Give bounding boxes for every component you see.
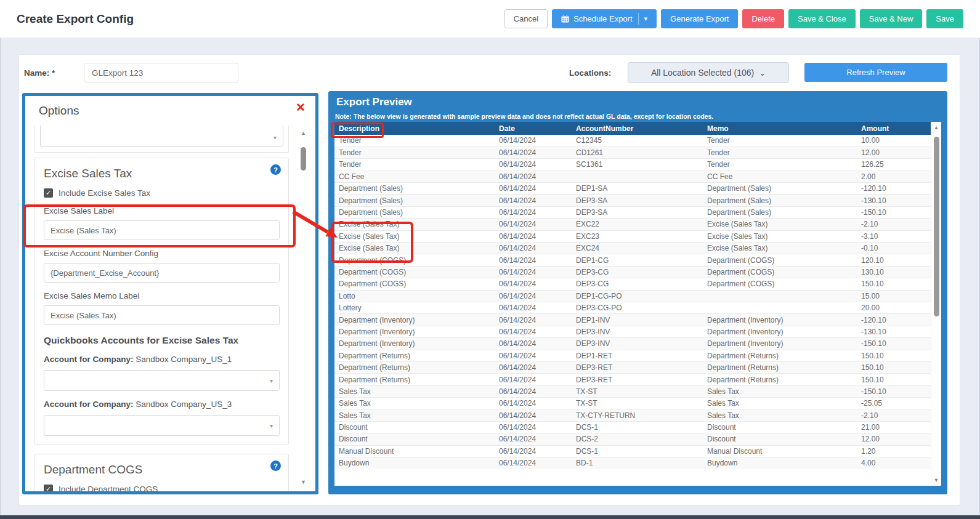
cell-date: 06/14/2024 [495,278,572,290]
arrow-down-icon[interactable]: ▼ [299,479,308,485]
cell-account-number: DEP3-INV [572,326,703,337]
export-config-card: Name: * Locations: All Location Selected… [18,54,960,505]
excise-account-config-input[interactable] [44,263,280,283]
column-header-description[interactable]: Description [334,122,495,135]
table-body: Tender 06/14/2024 C12345 Tender 10.00 Te… [334,135,931,469]
cell-memo: Excise (Sales Tax) [703,230,857,242]
name-input[interactable] [84,63,238,82]
excise-account-config-label: Excise Account Number Config [44,249,280,258]
arrow-down-icon[interactable]: ▼ [931,477,941,483]
cell-description: Department (Sales) [334,183,495,195]
cell-amount: 150.10 [857,278,931,290]
chevron-down-icon[interactable]: ▾ [644,15,648,22]
cell-date: 06/14/2024 [495,409,572,421]
cell-amount: 130.10 [857,266,931,278]
cell-amount: -150.10 [857,206,931,218]
clipped-select[interactable]: ▾ [40,126,283,147]
cell-description: Department (Inventory) [334,314,495,326]
company3-account-select[interactable]: ▾ [44,415,280,436]
cell-memo: Discount [703,421,857,433]
table-row: Discount 06/14/2024 DCS-1 Discount 21.00 [334,421,931,433]
include-excise-checkbox[interactable]: ✓ [44,188,53,198]
column-header-date[interactable]: Date [495,122,572,135]
include-dept-cogs-label: Include Department COGS [59,485,158,491]
column-header-accountnumber[interactable]: AccountNumber [572,122,703,135]
table-header-row: Description Date AccountNumber Memo Amou… [334,122,931,135]
cell-date: 06/14/2024 [495,421,572,433]
cell-amount: -130.10 [857,195,931,206]
company1-account-select[interactable]: ▾ [44,370,280,391]
cell-description: Department (Sales) [334,206,495,218]
cell-account-number: DEP3-SA [572,206,703,218]
delete-button[interactable]: Delete [742,9,784,28]
cell-memo: Department (Returns) [703,374,857,385]
generate-export-button[interactable]: Generate Export [661,9,738,28]
table-row: Excise (Sales Tax) 06/14/2024 EXC22 Exci… [334,219,931,230]
table-scrollbar[interactable]: ▲ ▼ [931,122,941,486]
table-row: Lottery 06/14/2024 DEP3-CG-PO 20.00 [334,302,931,313]
excise-sales-label-input[interactable] [44,220,280,240]
cell-description: Department (Sales) [334,195,495,206]
cell-memo: Department (COGS) [703,266,857,278]
chevron-down-icon: ▾ [270,377,273,384]
excise-memo-label-input[interactable] [44,305,280,325]
table-row: Discount 06/14/2024 DCS-2 Discount 12.00 [334,433,931,445]
cell-date: 06/14/2024 [495,147,572,158]
cell-amount: -25.05 [857,398,931,409]
options-scrollbar[interactable]: ▲ ▼ [299,130,308,485]
cell-memo: Manual Discount [703,445,857,457]
refresh-preview-button[interactable]: Refresh Preview [804,63,947,82]
department-cogs-card: ? Department COGS ✓ Include Department C… [34,454,289,491]
schedule-export-button[interactable]: Schedule Export ▾ [552,9,657,28]
cell-memo: Discount [703,433,857,445]
cell-memo: Excise (Sales Tax) [703,243,857,254]
cell-amount: -2.10 [857,219,931,230]
cell-memo: Department (Sales) [703,206,857,218]
save-and-new-button[interactable]: Save & New [860,9,923,28]
column-header-memo[interactable]: Memo [703,122,857,135]
table-row: Sales Tax 06/14/2024 TX-ST Sales Tax -15… [334,385,931,397]
cell-description: Excise (Sales Tax) [334,230,495,242]
close-icon[interactable]: ✕ [296,100,306,115]
cell-description: Discount [334,433,495,445]
save-button[interactable]: Save [926,9,963,28]
table-row: Department (Inventory) 06/14/2024 DEP3-I… [334,326,931,337]
cell-description: Sales Tax [334,385,495,397]
cell-account-number: DCS-1 [572,445,703,457]
cell-memo: Department (Returns) [703,361,857,373]
cell-date: 06/14/2024 [495,374,572,385]
cell-account-number: DEP3-SA [572,195,703,206]
cell-amount: -120.10 [857,314,931,326]
cell-date: 06/14/2024 [495,266,572,278]
cell-amount: -150.10 [857,338,931,350]
cell-date: 06/14/2024 [495,195,572,206]
table-row: Department (Sales) 06/14/2024 DEP3-SA De… [334,195,931,206]
arrow-up-icon[interactable]: ▲ [931,124,941,131]
cell-account-number: C12345 [572,135,703,147]
quickbooks-accounts-heading: Quickbooks Accounts for Excise Sales Tax [44,335,280,346]
help-icon[interactable]: ? [270,164,281,175]
cell-account-number: DEP1-SA [572,183,703,195]
cell-amount: -130.10 [857,326,931,337]
cancel-button[interactable]: Cancel [504,9,548,28]
create-export-config-page: Create Export Config Cancel Schedule Exp… [0,0,980,519]
help-icon[interactable]: ? [270,461,281,471]
preview-table-wrap: Description Date AccountNumber Memo Amou… [334,122,941,486]
cell-amount: -2.10 [857,409,931,421]
locations-dropdown[interactable]: All Location Selected (106) ⌄ [628,62,789,83]
top-header-bar: Create Export Config Cancel Schedule Exp… [0,0,980,38]
cell-date: 06/14/2024 [495,457,572,469]
cell-account-number: DEP1-CG-PO [572,290,703,302]
save-and-close-button[interactable]: Save & Close [788,9,856,28]
cell-amount: -3.10 [857,230,931,242]
cell-amount: -0.10 [857,243,931,254]
arrow-up-icon[interactable]: ▲ [299,130,308,136]
cell-account-number [572,171,703,182]
table-row: Tender 06/14/2024 SC1361 Tender 126.25 [334,159,931,171]
include-dept-cogs-checkbox[interactable]: ✓ [44,485,53,491]
cell-description: Lottery [334,302,495,313]
column-header-amount[interactable]: Amount [857,122,931,135]
scrollbar-thumb[interactable] [301,147,306,171]
scrollbar-thumb[interactable] [934,137,939,316]
cell-memo: Excise (Sales Tax) [703,219,857,230]
